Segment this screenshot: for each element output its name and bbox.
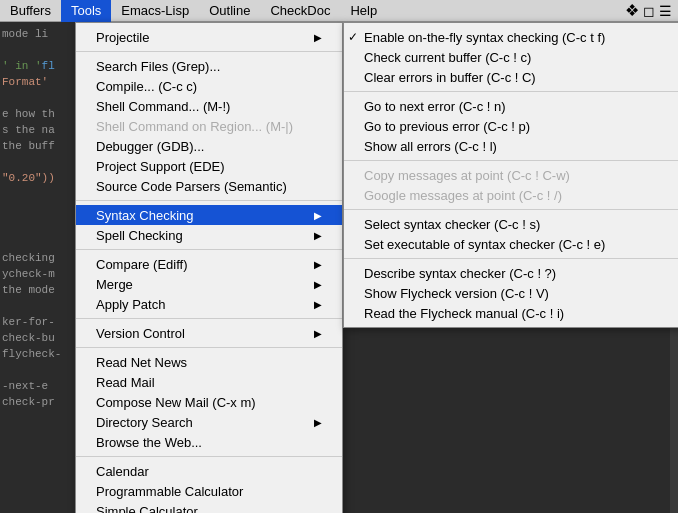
menu-item-spell-checking[interactable]: Spell Checking ▶ — [76, 225, 342, 245]
menu-item-directory-search[interactable]: Directory Search ▶ — [76, 412, 342, 432]
editor-left-line: the buff — [2, 138, 73, 154]
editor-left-line — [2, 42, 73, 58]
editor-left-line — [2, 234, 73, 250]
submenu-item-set-executable[interactable]: Set executable of syntax checker (C-c ! … — [344, 234, 678, 254]
menu-item-version-control[interactable]: Version Control ▶ — [76, 323, 342, 343]
editor-left-line: ' in 'fl — [2, 58, 73, 74]
menu-item-search-files[interactable]: Search Files (Grep)... — [76, 56, 342, 76]
menu-item-read-mail[interactable]: Read Mail — [76, 372, 342, 392]
editor-left-line: ycheck-m — [2, 266, 73, 282]
editor-left-line: flycheck- — [2, 346, 73, 362]
menu-separator — [76, 200, 342, 201]
menu-separator — [76, 249, 342, 250]
syntax-checking-submenu: ✓ Enable on-the-fly syntax checking (C-c… — [343, 22, 678, 328]
submenu-item-next-error[interactable]: Go to next error (C-c ! n) — [344, 96, 678, 116]
submenu-arrow-icon: ▶ — [314, 230, 322, 241]
submenu-separator — [344, 160, 678, 161]
menu-item-shell-command[interactable]: Shell Command... (M-!) — [76, 96, 342, 116]
menu-help[interactable]: Help — [340, 0, 387, 22]
editor-left-line: checking — [2, 250, 73, 266]
editor-left-line — [2, 218, 73, 234]
submenu-arrow-icon: ▶ — [314, 259, 322, 270]
editor-left-line — [2, 202, 73, 218]
editor-left-line: ker-for- — [2, 314, 73, 330]
submenu-item-select-checker[interactable]: Select syntax checker (C-c ! s) — [344, 214, 678, 234]
menubar-right-icons: ❖ ◻ ☰ — [625, 1, 678, 20]
editor-left-line: mode li — [2, 26, 73, 42]
submenu-item-prev-error[interactable]: Go to previous error (C-c ! p) — [344, 116, 678, 136]
menu-separator — [76, 456, 342, 457]
submenu-arrow-icon: ▶ — [314, 279, 322, 290]
editor-left-line: check-pr — [2, 394, 73, 410]
submenu-arrow-icon: ▶ — [314, 32, 322, 43]
menubar: Buffers Tools Emacs-Lisp Outline CheckDo… — [0, 0, 678, 22]
editor-left-line: the mode — [2, 282, 73, 298]
editor-left-line — [2, 186, 73, 202]
menu-item-source-code-parsers[interactable]: Source Code Parsers (Semantic) — [76, 176, 342, 196]
submenu-arrow-icon: ▶ — [314, 328, 322, 339]
submenu-item-enable-otf[interactable]: ✓ Enable on-the-fly syntax checking (C-c… — [344, 27, 678, 47]
submenu-separator — [344, 91, 678, 92]
submenu-item-describe-checker[interactable]: Describe syntax checker (C-c ! ?) — [344, 263, 678, 283]
menu-separator — [76, 51, 342, 52]
menu-item-projectile[interactable]: Projectile ▶ — [76, 27, 342, 47]
submenu-item-check-buffer[interactable]: Check current buffer (C-c ! c) — [344, 47, 678, 67]
editor-left-line: -next-e — [2, 378, 73, 394]
menu-item-compile[interactable]: Compile... (C-c c) — [76, 76, 342, 96]
editor-left-line — [2, 362, 73, 378]
menu-item-shell-command-region: Shell Command on Region... (M-|) — [76, 116, 342, 136]
submenu-separator — [344, 209, 678, 210]
menu-separator — [76, 318, 342, 319]
editor-left-line: "0.20")) — [2, 170, 73, 186]
menu-item-syntax-checking[interactable]: Syntax Checking ▶ — [76, 205, 342, 225]
submenu-arrow-icon: ▶ — [314, 210, 322, 221]
editor-left-line — [2, 298, 73, 314]
editor-left-line: s the na — [2, 122, 73, 138]
submenu-item-show-all-errors[interactable]: Show all errors (C-c ! l) — [344, 136, 678, 156]
menu-icon[interactable]: ☰ — [659, 3, 672, 19]
menu-item-compose-mail[interactable]: Compose New Mail (C-x m) — [76, 392, 342, 412]
menu-checkdoc[interactable]: CheckDoc — [260, 0, 340, 22]
submenu-item-copy-messages: Copy messages at point (C-c ! C-w) — [344, 165, 678, 185]
menu-item-prog-calculator[interactable]: Programmable Calculator — [76, 481, 342, 501]
menu-buffers[interactable]: Buffers — [0, 0, 61, 22]
submenu-item-flycheck-manual[interactable]: Read the Flycheck manual (C-c ! i) — [344, 303, 678, 323]
editor-left-line: check-bu — [2, 330, 73, 346]
menu-item-calendar[interactable]: Calendar — [76, 461, 342, 481]
menu-separator — [76, 347, 342, 348]
menu-item-simple-calculator[interactable]: Simple Calculator — [76, 501, 342, 513]
dropbox-icon[interactable]: ❖ — [625, 1, 639, 20]
menu-item-apply-patch[interactable]: Apply Patch ▶ — [76, 294, 342, 314]
submenu-item-clear-errors[interactable]: Clear errors in buffer (C-c ! C) — [344, 67, 678, 87]
menu-item-read-net-news[interactable]: Read Net News — [76, 352, 342, 372]
menu-item-project-support[interactable]: Project Support (EDE) — [76, 156, 342, 176]
editor-left-line: Format' — [2, 74, 73, 90]
tools-menu: Projectile ▶ Search Files (Grep)... Comp… — [75, 22, 343, 513]
submenu-item-google-messages: Google messages at point (C-c ! /) — [344, 185, 678, 205]
editor-left-line — [2, 90, 73, 106]
editor-left-line — [2, 154, 73, 170]
menu-item-compare-ediff[interactable]: Compare (Ediff) ▶ — [76, 254, 342, 274]
submenu-item-flycheck-version[interactable]: Show Flycheck version (C-c ! V) — [344, 283, 678, 303]
window-icon[interactable]: ◻ — [643, 3, 655, 19]
menu-emacs-lisp[interactable]: Emacs-Lisp — [111, 0, 199, 22]
checkmark-icon: ✓ — [348, 30, 358, 44]
submenu-arrow-icon: ▶ — [314, 299, 322, 310]
menu-item-browse-web[interactable]: Browse the Web... — [76, 432, 342, 452]
editor-left-line: e how th — [2, 106, 73, 122]
menu-tools[interactable]: Tools — [61, 0, 111, 22]
menu-item-merge[interactable]: Merge ▶ — [76, 274, 342, 294]
editor-left-panel: mode li ' in 'fl Format' e how th s the … — [0, 22, 75, 513]
submenu-arrow-icon: ▶ — [314, 417, 322, 428]
submenu-separator — [344, 258, 678, 259]
menu-item-debugger[interactable]: Debugger (GDB)... — [76, 136, 342, 156]
menu-outline[interactable]: Outline — [199, 0, 260, 22]
